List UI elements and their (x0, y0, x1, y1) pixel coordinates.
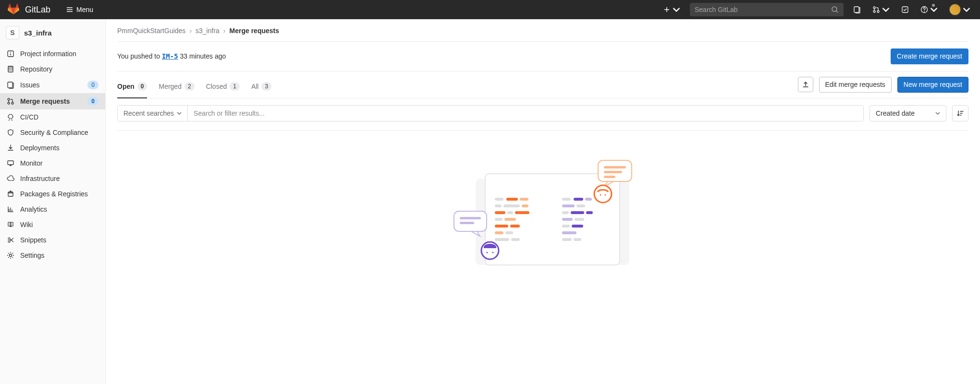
hamburger-icon (66, 6, 74, 13)
svg-rect-22 (520, 198, 528, 201)
cloud-gear-icon (7, 175, 14, 182)
svg-point-56 (594, 185, 612, 203)
svg-rect-32 (510, 225, 520, 228)
svg-rect-13 (8, 161, 13, 165)
new-merge-request-button[interactable]: New merge request (897, 77, 968, 93)
chevron-down-icon (935, 111, 940, 116)
breadcrumb-group[interactable]: PmmQuickStartGuides (117, 27, 185, 35)
svg-rect-30 (504, 218, 516, 221)
global-search[interactable] (690, 3, 844, 16)
svg-point-64 (492, 252, 494, 253)
svg-rect-47 (562, 225, 570, 228)
tab-count: 1 (230, 82, 240, 91)
svg-rect-27 (507, 211, 513, 214)
svg-rect-43 (571, 211, 584, 214)
svg-rect-24 (503, 204, 520, 207)
sidebar-item-repository[interactable]: Repository (0, 61, 105, 77)
svg-rect-51 (574, 238, 581, 241)
sidebar-item-label: Wiki (20, 221, 98, 228)
svg-rect-50 (562, 238, 572, 241)
main-content: PmmQuickStartGuides › s3_infra › Merge r… (106, 19, 980, 384)
gear-icon (7, 252, 14, 259)
breadcrumb: PmmQuickStartGuides › s3_infra › Merge r… (117, 27, 968, 41)
export-button[interactable] (798, 77, 813, 92)
sidebar-item-label: Analytics (20, 205, 98, 213)
recent-searches-dropdown[interactable]: Recent searches (118, 106, 188, 121)
svg-rect-48 (572, 225, 583, 228)
sidebar-item-label: Settings (20, 252, 98, 259)
svg-rect-60 (460, 217, 481, 219)
svg-point-10 (8, 98, 10, 100)
create-new-dropdown[interactable] (661, 4, 682, 15)
rocket-icon (7, 113, 14, 121)
tab-open[interactable]: Open 0 (117, 75, 147, 98)
breadcrumb-project[interactable]: s3_infra (196, 27, 220, 35)
help-dropdown[interactable] (919, 4, 940, 15)
sidebar-item-ci-cd[interactable]: CI/CD (0, 109, 105, 125)
svg-point-4 (877, 11, 879, 12)
svg-point-16 (8, 240, 10, 242)
sidebar-item-monitor[interactable]: Monitor (0, 156, 105, 171)
merge-request-icon (7, 97, 14, 105)
user-avatar-icon (949, 4, 961, 15)
chevron-down-icon (177, 111, 182, 116)
tab-all[interactable]: All 3 (251, 75, 271, 98)
state-tabs: Open 0 Merged 2 Closed 1 All 3 (117, 75, 271, 98)
svg-point-63 (487, 252, 488, 253)
export-icon (802, 81, 809, 88)
svg-rect-25 (522, 204, 528, 207)
user-menu[interactable] (947, 2, 972, 17)
sidebar-item-label: Project information (20, 50, 98, 58)
svg-rect-37 (562, 198, 571, 201)
gitlab-brand-text[interactable]: GitLab (25, 5, 50, 15)
breadcrumb-current: Merge requests (230, 27, 279, 35)
sort-dropdown[interactable]: Created date (870, 105, 946, 121)
sidebar-item-merge-requests[interactable]: Merge requests 0 (0, 93, 105, 109)
merge-request-toolbar: Open 0 Merged 2 Closed 1 All 3 (117, 75, 968, 98)
sidebar-item-deployments[interactable]: Deployments (0, 140, 105, 156)
sidebar-item-issues[interactable]: Issues 0 (0, 77, 105, 93)
sidebar-item-label: Infrastructure (20, 175, 98, 182)
svg-rect-5 (902, 7, 908, 12)
filter-input[interactable] (188, 106, 863, 121)
edit-merge-requests-button[interactable]: Edit merge requests (819, 77, 892, 93)
svg-rect-31 (495, 225, 508, 228)
tab-label: Open (117, 83, 135, 90)
push-branch-link[interactable]: IM-5 (162, 52, 178, 60)
sidebar-item-label: CI/CD (20, 113, 98, 121)
repository-icon (7, 65, 14, 73)
issues-shortcut[interactable] (851, 4, 863, 15)
create-merge-request-button[interactable]: Create merge request (891, 48, 968, 64)
sidebar-item-security[interactable]: Security & Compliance (0, 125, 105, 140)
svg-rect-38 (574, 198, 583, 201)
search-input[interactable] (695, 6, 831, 13)
sidebar-item-snippets[interactable]: Snippets (0, 232, 105, 248)
todos-shortcut[interactable] (899, 4, 911, 15)
sidebar-item-infrastructure[interactable]: Infrastructure (0, 171, 105, 186)
svg-rect-1 (854, 7, 859, 12)
tab-merged[interactable]: Merged 2 (159, 75, 194, 98)
sidebar-project-header[interactable]: S s3_infra (0, 22, 105, 43)
sidebar-item-label: Snippets (20, 236, 98, 244)
svg-rect-49 (562, 231, 576, 234)
todo-icon (901, 6, 909, 13)
svg-rect-53 (604, 166, 626, 168)
gitlab-logo-icon[interactable] (8, 3, 19, 16)
empty-state-illustration (117, 159, 968, 270)
sidebar-item-analytics[interactable]: Analytics (0, 202, 105, 217)
sidebar-item-project-information[interactable]: Project information (0, 46, 105, 61)
sort-direction-button[interactable] (952, 105, 968, 121)
push-alert-prefix: You pushed to (117, 52, 162, 60)
svg-rect-44 (586, 211, 593, 214)
merge-requests-shortcut[interactable] (870, 4, 892, 15)
menu-label: Menu (76, 6, 93, 13)
svg-point-3 (873, 11, 875, 12)
push-alert-text: You pushed to IM-5 33 minutes ago (117, 52, 226, 60)
sidebar-item-packages[interactable]: Packages & Registries (0, 186, 105, 202)
menu-toggle[interactable]: Menu (62, 4, 97, 15)
filter-row: Recent searches Created date (117, 105, 968, 131)
tab-closed[interactable]: Closed 1 (206, 75, 240, 98)
sidebar-item-wiki[interactable]: Wiki (0, 217, 105, 232)
sidebar-item-settings[interactable]: Settings (0, 248, 105, 263)
tab-label: Closed (206, 83, 227, 90)
